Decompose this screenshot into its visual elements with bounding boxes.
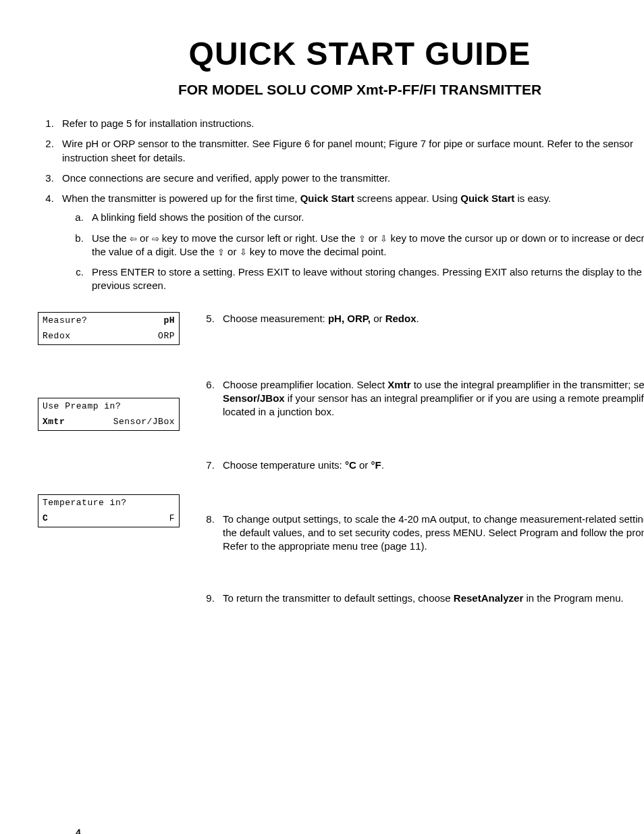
arrow-right-icon: ⇨ bbox=[152, 234, 159, 244]
bold-text: pH, ORP, bbox=[328, 313, 371, 324]
text: to use the integral preamplifier in the … bbox=[410, 379, 644, 390]
bold-text: °F bbox=[371, 459, 381, 471]
text: screens appear. Using bbox=[354, 192, 461, 204]
text: or bbox=[356, 459, 371, 471]
arrow-up-icon: ⇧ bbox=[358, 234, 366, 244]
lcd-text: ORP bbox=[158, 330, 175, 343]
lcd-text: Temperature in? bbox=[43, 496, 127, 510]
list-item: Choose preamplifier location. Select Xmt… bbox=[217, 378, 644, 419]
list-item: When the transmitter is powered up for t… bbox=[57, 192, 644, 293]
list-item: To return the transmitter to default set… bbox=[217, 592, 644, 605]
text: or bbox=[371, 313, 385, 324]
list-item: Choose temperature units: °C or °F. bbox=[217, 459, 644, 472]
bold-text: °C bbox=[345, 459, 356, 471]
lcd-text-selected: C bbox=[43, 512, 48, 525]
list-item: Choose measurement: pH, ORP, or Redox. bbox=[217, 312, 644, 325]
page-title: QUICK START GUIDE bbox=[38, 32, 644, 76]
text: key to move the decimal point. bbox=[247, 246, 387, 257]
lcd-text: Redox bbox=[43, 330, 71, 343]
right-column: Choose measurement: pH, ORP, or Redox. C… bbox=[198, 312, 644, 605]
sub-ordered-list: A blinking field shows the position of t… bbox=[62, 211, 644, 292]
bold-text: Sensor/JBox bbox=[223, 392, 285, 404]
text: key to move the cursor left or right. Us… bbox=[159, 232, 358, 244]
list-item: To change output settings, to scale the … bbox=[217, 513, 644, 554]
text: Use the bbox=[92, 232, 130, 244]
lcd-text: Use Preamp in? bbox=[43, 400, 121, 413]
list-item: Once connections are secure and verified… bbox=[57, 172, 644, 185]
two-column-section: Measure? pH Redox ORP Use Preamp in? Xmt… bbox=[38, 312, 644, 605]
text: Choose preamplifier location. Select bbox=[223, 379, 387, 390]
text: To return the transmitter to default set… bbox=[223, 592, 454, 604]
bold-text: Quick Start bbox=[460, 192, 514, 204]
list-item: Wire pH or ORP sensor to the transmitter… bbox=[57, 137, 644, 165]
lcd-screen-measure: Measure? pH Redox ORP bbox=[38, 312, 180, 345]
arrow-down-icon: ⇩ bbox=[380, 234, 387, 244]
list-item: Use the ⇦ or ⇨ key to move the cursor le… bbox=[86, 232, 644, 259]
lcd-text-selected: Xmtr bbox=[43, 415, 65, 429]
text: or bbox=[225, 246, 240, 257]
bold-text: ResetAnalyzer bbox=[454, 592, 523, 604]
list-item: Refer to page 5 for installation instruc… bbox=[57, 117, 644, 130]
text: . bbox=[381, 459, 384, 471]
lcd-screen-preamp: Use Preamp in? Xmtr Sensor/JBox bbox=[38, 398, 180, 431]
lcd-screen-temperature: Temperature in? C F bbox=[38, 494, 180, 527]
main-ordered-list: Refer to page 5 for installation instruc… bbox=[38, 117, 644, 293]
list-item: Press ENTER to store a setting. Press EX… bbox=[86, 265, 644, 293]
arrow-down-icon: ⇩ bbox=[240, 247, 247, 257]
page-subtitle: FOR MODEL SOLU COMP Xmt-P-FF/FI TRANSMIT… bbox=[38, 80, 644, 99]
arrow-up-icon: ⇧ bbox=[217, 247, 225, 257]
page-number: 4 bbox=[76, 827, 81, 834]
lcd-text: F bbox=[169, 512, 175, 525]
text: Choose measurement: bbox=[223, 313, 328, 324]
text: or bbox=[137, 232, 152, 244]
bold-text: Redox bbox=[385, 313, 417, 324]
lcd-text-selected: pH bbox=[163, 314, 175, 328]
text: or bbox=[366, 232, 381, 244]
text: is easy. bbox=[514, 192, 551, 204]
text: in the Program menu. bbox=[523, 592, 623, 604]
text: When the transmitter is powered up for t… bbox=[62, 192, 300, 204]
right-ordered-list: Choose measurement: pH, ORP, or Redox. C… bbox=[198, 312, 644, 605]
text: if your sensor has an integral preamplif… bbox=[223, 392, 644, 417]
text: . bbox=[417, 313, 419, 324]
text: Choose temperature units: bbox=[223, 459, 345, 471]
bold-text: Xmtr bbox=[387, 379, 410, 390]
lcd-text: Sensor/JBox bbox=[113, 415, 175, 429]
arrow-left-icon: ⇦ bbox=[130, 234, 137, 244]
bold-text: Quick Start bbox=[300, 192, 354, 204]
list-item: A blinking field shows the position of t… bbox=[86, 211, 644, 224]
lcd-text: Measure? bbox=[43, 314, 87, 328]
left-column: Measure? pH Redox ORP Use Preamp in? Xmt… bbox=[38, 312, 180, 605]
